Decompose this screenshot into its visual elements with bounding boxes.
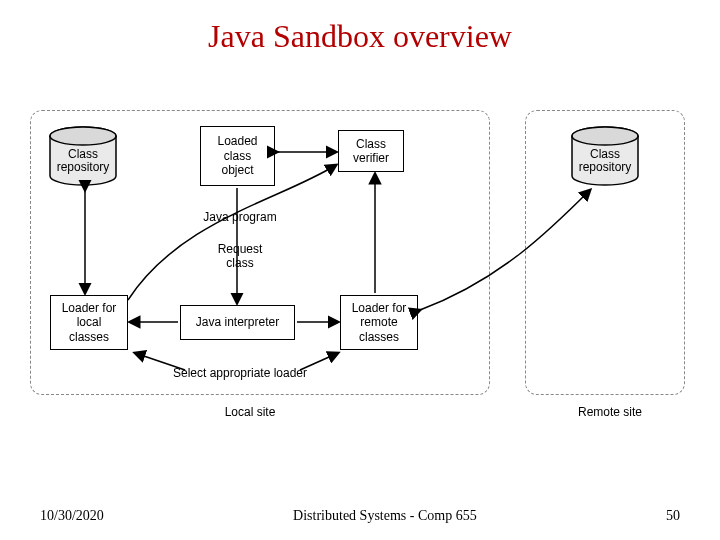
svg-point-3 [572, 127, 638, 145]
class-repository-remote-label: Classrepository [570, 148, 640, 174]
footer-date: 10/30/2020 [40, 508, 104, 524]
slide-footer: 10/30/2020 Distributed Systems - Comp 65… [0, 508, 720, 524]
page-title: Java Sandbox overview [0, 18, 720, 55]
loader-local-box: Loader forlocalclasses [50, 295, 128, 350]
loaded-class-object-box: Loadedclassobject [200, 126, 275, 186]
java-program-label: Java program [195, 210, 285, 224]
remote-site-label: Remote site [560, 405, 660, 419]
request-class-label: Requestclass [210, 242, 270, 271]
footer-page-number: 50 [666, 508, 680, 524]
class-repository-local-label: Classrepository [48, 148, 118, 174]
class-verifier-box: Classverifier [338, 130, 404, 172]
sandbox-diagram: Classrepository Classrepository Loadedcl… [30, 110, 690, 440]
class-repository-local: Classrepository [48, 126, 118, 188]
java-interpreter-box: Java interpreter [180, 305, 295, 340]
loader-remote-box: Loader forremoteclasses [340, 295, 418, 350]
local-site-label: Local site [210, 405, 290, 419]
class-repository-remote: Classrepository [570, 126, 640, 188]
footer-center: Distributed Systems - Comp 655 [104, 508, 666, 524]
svg-point-1 [50, 127, 116, 145]
select-loader-label: Select appropriate loader [160, 366, 320, 380]
